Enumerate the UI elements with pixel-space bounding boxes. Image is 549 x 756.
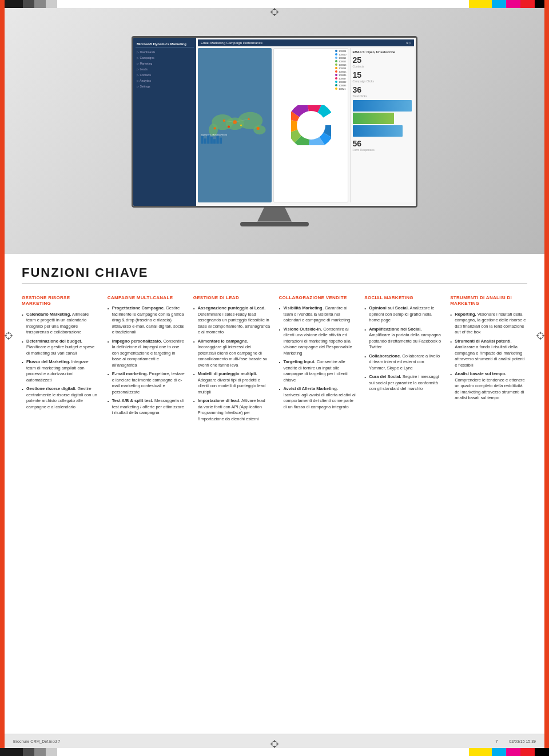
strip-swatch-3 bbox=[34, 0, 46, 8]
item-text: Analizzare a fondo i risultati della cam… bbox=[455, 344, 524, 368]
world-map-svg: Expenses vs. Marketing Results bbox=[198, 48, 272, 202]
left-orange-bar bbox=[0, 0, 5, 756]
bottom-strip-swatch-1 bbox=[0, 748, 23, 756]
stat-form-responses-value: 56 bbox=[353, 139, 412, 148]
stat-form-responses: 56 Form Responses bbox=[353, 139, 412, 152]
crosshair-bottom bbox=[270, 740, 279, 748]
svg-point-31 bbox=[240, 124, 242, 126]
dash-sidebar-item-5[interactable]: ▷ Contacts bbox=[136, 72, 194, 78]
item-bold: Reporting. bbox=[455, 312, 476, 317]
bottom-strip-swatch-4 bbox=[46, 748, 57, 756]
dash-sidebar-title: Microsoft Dynamics Marketing bbox=[136, 40, 194, 47]
section-title: FUNZIONI CHIAVE bbox=[22, 265, 527, 280]
item-bold: Test A/B & split test. bbox=[112, 398, 153, 403]
col-list-gestione-lead: Assegnazione punteggio ai Lead. Determin… bbox=[193, 305, 270, 422]
stat-contacts-label: Contacts bbox=[353, 65, 412, 68]
strip-swatch-2 bbox=[23, 0, 34, 8]
right-orange-bar bbox=[544, 0, 549, 756]
item-bold: Modelli di punteggio multipli. bbox=[198, 371, 257, 376]
strip-yellow bbox=[469, 0, 492, 8]
col-list-collaborazione: Visibilità Marketing. Garantire ai team … bbox=[279, 305, 356, 410]
dash-sidebar-item-7[interactable]: ▷ Settings bbox=[136, 83, 194, 89]
dashboard-inner: Microsoft Dynamics Marketing ▷ Dashboard… bbox=[133, 38, 416, 206]
dash-sidebar-item-2[interactable]: ▷ Campaigns bbox=[136, 55, 194, 61]
bottom-strip-yellow bbox=[469, 748, 492, 756]
dash-sidebar-item-3[interactable]: ▷ Marketing bbox=[136, 61, 194, 66]
svg-rect-35 bbox=[201, 136, 203, 143]
bottom-strip-white bbox=[57, 748, 469, 756]
bottom-strip-red bbox=[520, 748, 535, 756]
col-title-gestione-risorse: GESTIONE RISORSE MARKETING bbox=[22, 295, 99, 307]
svg-point-53 bbox=[297, 111, 325, 140]
col-list-campagne: Progettazione Campagne. Gestire facilmen… bbox=[108, 305, 185, 416]
stat-total-clicks-value: 36 bbox=[353, 85, 412, 94]
column-social: SOCIAL MARKETING Opinioni sui Social. An… bbox=[364, 295, 441, 425]
column-collaborazione: COLLABORAZIONE VENDITE Visibilità Market… bbox=[279, 295, 356, 425]
stat-campaign-clicks: 15 Campaign Clicks bbox=[353, 70, 412, 83]
item-text: Amplificare la portata della campagna po… bbox=[369, 332, 441, 349]
list-item: E-mail marketing. Progettare, testare e … bbox=[108, 371, 185, 395]
main-content: Microsoft Dynamics Marketing ▷ Dashboard… bbox=[5, 8, 544, 748]
col-title-collaborazione: COLLABORAZIONE VENDITE bbox=[279, 295, 356, 301]
monitor-whole: Microsoft Dynamics Marketing ▷ Dashboard… bbox=[132, 36, 417, 226]
item-bold: Alimentare le campagne. bbox=[198, 339, 248, 344]
item-bold: Analisi basate sul tempo. bbox=[455, 371, 506, 376]
list-item: Reporting. Visionare i risultati della c… bbox=[450, 312, 527, 336]
col-title-campagne: CAMPAGNE MULTI-CANALE bbox=[108, 295, 185, 301]
list-item: Analisi basate sul tempo. Comprendere le… bbox=[450, 371, 527, 401]
stat-total-clicks-label: Total Clicks bbox=[353, 94, 412, 98]
item-bold: Visione Outside-in. bbox=[283, 327, 322, 332]
list-item: Avvisi di Allerta Marketing. Iscriversi … bbox=[279, 386, 356, 410]
dash-sidebar-item-6[interactable]: ▷ Analytics bbox=[136, 78, 194, 83]
trend-bar-3 bbox=[353, 125, 403, 137]
list-item: Collaborazione. Collaborare a livello di… bbox=[364, 353, 441, 372]
content-body: FUNZIONI CHIAVE GESTIONE RISORSE MARKETI… bbox=[5, 254, 544, 448]
svg-rect-36 bbox=[204, 138, 206, 144]
item-bold: Impegno personalizzato. bbox=[112, 339, 162, 344]
monitor-stand bbox=[257, 208, 292, 222]
item-bold: Cura dei Social. bbox=[369, 374, 401, 379]
monitor-section: Microsoft Dynamics Marketing ▷ Dashboard… bbox=[5, 8, 544, 254]
item-bold: Flusso del Marketing. bbox=[26, 359, 70, 364]
strip-swatch-4 bbox=[46, 0, 57, 8]
dash-sidebar: Microsoft Dynamics Marketing ▷ Dashboard… bbox=[133, 38, 196, 206]
dash-chart-area: Expenses vs. Marketing Results bbox=[198, 46, 414, 204]
column-campagne: CAMPAGNE MULTI-CANALE Progettazione Camp… bbox=[108, 295, 185, 425]
list-item: Visione Outside-in. Consentire ai client… bbox=[279, 327, 356, 357]
item-text: Adeguare diversi tipi di prodotti e clie… bbox=[198, 377, 265, 395]
dash-pie-chart: 100004 100010 100011 100012 100013 10001… bbox=[273, 48, 348, 202]
trend-bar-1 bbox=[353, 100, 412, 112]
dash-main-area: Email Marketing Campaign Performance ⚙ ▽ bbox=[196, 38, 416, 206]
list-item: Assegnazione punteggio ai Lead. Determin… bbox=[193, 305, 270, 336]
pie-svg bbox=[291, 105, 331, 145]
crosshair-left bbox=[5, 332, 13, 340]
top-color-strip bbox=[0, 0, 549, 8]
item-text: Incoraggiare gli interessi dei potenzial… bbox=[198, 344, 268, 368]
title-divider bbox=[22, 283, 527, 284]
col-title-social: SOCIAL MARKETING bbox=[364, 295, 441, 301]
item-bold: Determinazione del budget. bbox=[26, 339, 82, 344]
rpanel-title: EMAILS: Open, Unsubscribe bbox=[353, 50, 412, 54]
column-gestione-risorse: GESTIONE RISORSE MARKETING Calendario Ma… bbox=[22, 295, 99, 425]
dash-header-controls: ⚙ ▽ bbox=[406, 41, 411, 45]
dash-sidebar-item-1[interactable]: ▷ Dashboards bbox=[136, 49, 194, 55]
col-list-strumenti: Reporting. Visionare i risultati della c… bbox=[450, 312, 527, 401]
list-item: Opinioni sui Social. Analizzare le opini… bbox=[364, 305, 441, 324]
features-grid: GESTIONE RISORSE MARKETING Calendario Ma… bbox=[22, 295, 527, 425]
col-list-social: Opinioni sui Social. Analizzare le opini… bbox=[364, 305, 441, 392]
svg-rect-39 bbox=[213, 139, 216, 144]
item-bold: Calendario Marketing. bbox=[26, 312, 71, 317]
stat-form-responses-label: Form Responses bbox=[353, 148, 412, 152]
item-bold: Targeting Input. bbox=[283, 359, 315, 364]
footer-page-number: 7 bbox=[495, 739, 498, 743]
item-bold: Assegnazione punteggio ai Lead. bbox=[198, 305, 266, 311]
column-gestione-lead: GESTIONE DI LEAD Assegnazione punteggio … bbox=[193, 295, 270, 425]
dash-sidebar-item-4[interactable]: ▷ Leads bbox=[136, 66, 194, 72]
strip-white bbox=[57, 0, 469, 8]
stat-total-clicks: 36 Total Clicks bbox=[353, 85, 412, 98]
stat-contacts-value: 25 bbox=[353, 55, 412, 65]
footer-date: 02/03/15 15:39 bbox=[509, 739, 536, 743]
svg-rect-38 bbox=[210, 137, 213, 144]
item-text: Comprendere le tendenze e ottenere un qu… bbox=[455, 377, 525, 401]
monitor-screen: Microsoft Dynamics Marketing ▷ Dashboard… bbox=[132, 36, 417, 208]
